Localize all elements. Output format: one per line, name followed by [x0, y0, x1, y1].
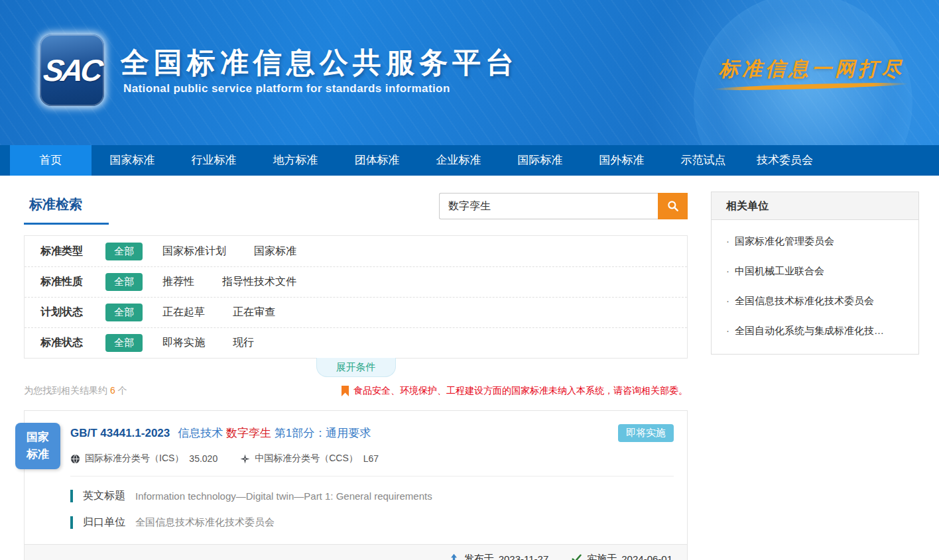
filter-option[interactable]: 正在起草: [162, 306, 205, 319]
badge-line1: 国家: [27, 429, 49, 446]
related-unit-link[interactable]: ·全国自动化系统与集成标准化技…: [712, 316, 918, 346]
ccs-label: 中国标准分类号（CCS）: [255, 453, 358, 465]
card-header: GB/T 43441.1-2023 信息技术 数字孪生 第1部分：通用要求 即将…: [25, 411, 687, 442]
nav-item-foreign-standards[interactable]: 国外标准: [581, 145, 662, 176]
standard-result-card: 国家 标准 GB/T 43441.1-2023 信息技术 数字孪生 第1部分：通…: [24, 410, 688, 560]
list-bullet: ·: [726, 325, 729, 336]
filter-option[interactable]: 国家标准计划: [162, 245, 226, 258]
standard-title-link[interactable]: 信息技术 数字孪生 第1部分：通用要求: [178, 425, 371, 441]
bookmark-icon: [342, 386, 349, 396]
site-title: 全国标准信息公共服务平台: [121, 44, 519, 82]
nav-item-home[interactable]: 首页: [10, 145, 92, 176]
site-subtitle: National public service platform for sta…: [123, 82, 450, 95]
filter-option[interactable]: 国家标准: [254, 245, 296, 258]
badge-line2: 标准: [27, 446, 49, 463]
filter-option[interactable]: 现行: [233, 336, 254, 350]
content-area: 标准检索 标准类型 全部 国家标准计划: [0, 176, 939, 560]
filter-option[interactable]: 正在审查: [233, 306, 275, 319]
implemented-date-item: 实施于 2024-06-01: [571, 553, 672, 560]
filter-option[interactable]: 即将实施: [162, 336, 205, 350]
upload-arrow-icon: [448, 553, 460, 560]
globe-icon: [70, 454, 80, 464]
detail-bar: [70, 516, 73, 529]
magnifier-icon: [666, 199, 680, 213]
ics-label: 国际标准分类号（ICS）: [85, 453, 184, 465]
site-slogan: 标准信息一网打尽: [719, 56, 905, 83]
related-unit-link[interactable]: ·国家标准化管理委员会: [712, 227, 918, 256]
search-input[interactable]: [439, 193, 658, 219]
detail-label: 归口单位: [83, 516, 125, 530]
sac-logo[interactable]: SAC: [40, 34, 104, 106]
notice-text: 食品安全、环境保护、工程建设方面的国家标准未纳入本系统，请咨询相关部委。: [353, 385, 688, 397]
nav-item-technical-committee[interactable]: 技术委员会: [744, 145, 826, 176]
sac-logo-text: SAC: [41, 52, 103, 88]
filter-row-standard-status: 标准状态 全部 即将实施 现行: [25, 327, 687, 358]
nav-item-group-standards[interactable]: 团体标准: [336, 145, 418, 176]
results-count-suffix: 个: [118, 385, 127, 396]
detail-bar: [70, 490, 73, 502]
tab-active-indicator: [24, 223, 109, 225]
standard-code-link[interactable]: GB/T 43441.1-2023: [70, 427, 170, 440]
results-count: 为您找到相关结果约6个: [24, 385, 127, 397]
list-bullet: ·: [726, 295, 729, 306]
tab-standard-search[interactable]: 标准检索: [29, 196, 82, 213]
results-count-prefix: 为您找到相关结果约: [24, 385, 107, 396]
filter-label: 标准状态: [40, 336, 105, 350]
filter-label: 标准性质: [40, 275, 105, 289]
search-section: 标准检索: [24, 192, 688, 235]
related-unit-link[interactable]: ·全国信息技术标准化技术委员会: [712, 286, 918, 316]
related-unit-label: 全国信息技术标准化技术委员会: [735, 295, 874, 306]
nav-item-local-standards[interactable]: 地方标准: [255, 145, 336, 176]
filter-label: 计划状态: [40, 306, 105, 319]
standard-type-badge: 国家 标准: [15, 423, 60, 469]
detail-label: 英文标题: [83, 489, 125, 503]
filter-label: 标准类型: [40, 245, 105, 258]
card-footer: 发布于 2023-11-27 实施于 2024-06-01: [25, 544, 687, 560]
results-info-row: 为您找到相关结果约6个 食品安全、环境保护、工程建设方面的国家标准未纳入本系统，…: [24, 385, 688, 397]
ccs-value: L67: [363, 453, 379, 464]
filter-all-button[interactable]: 全部: [105, 243, 143, 260]
list-bullet: ·: [726, 235, 729, 247]
nav-item-international-standards[interactable]: 国际标准: [499, 145, 581, 176]
implemented-label: 实施于: [587, 553, 617, 560]
filter-row-standard-nature: 标准性质 全部 推荐性 指导性技术文件: [25, 266, 687, 297]
published-label: 发布于: [464, 553, 494, 560]
sidebar-column: 相关单位 ·国家标准化管理委员会 ·中国机械工业联合会 ·全国信息技术标准化技术…: [711, 192, 919, 355]
compass-icon: [240, 454, 250, 464]
nav-item-pilot[interactable]: 示范试点: [662, 145, 744, 176]
site-header: SAC 全国标准信息公共服务平台 National public service…: [0, 0, 939, 145]
search-bar: [439, 193, 688, 219]
related-units-list: ·国家标准化管理委员会 ·中国机械工业联合会 ·全国信息技术标准化技术委员会 ·…: [712, 220, 918, 354]
system-notice: 食品安全、环境保护、工程建设方面的国家标准未纳入本系统，请咨询相关部委。: [342, 385, 688, 397]
list-bullet: ·: [726, 265, 729, 276]
filter-all-button[interactable]: 全部: [105, 334, 143, 352]
related-units-title: 相关单位: [712, 192, 918, 220]
title-highlight: 数字孪生: [226, 427, 271, 439]
filter-option[interactable]: 指导性技术文件: [222, 275, 296, 289]
committee-value: 全国信息技术标准化技术委员会: [135, 516, 275, 529]
filter-all-button[interactable]: 全部: [105, 273, 143, 291]
search-button[interactable]: [658, 193, 688, 219]
related-unit-link[interactable]: ·中国机械工业联合会: [712, 256, 918, 286]
nav-item-industry-standards[interactable]: 行业标准: [173, 145, 255, 176]
implemented-date: 2024-06-01: [621, 553, 672, 560]
nav-item-national-standards[interactable]: 国家标准: [92, 145, 173, 176]
english-title-value: Information technology—Digital twin—Part…: [135, 490, 432, 502]
expand-conditions-button[interactable]: 展开条件: [316, 358, 396, 377]
filter-option[interactable]: 推荐性: [162, 275, 194, 289]
detail-row-committee: 归口单位 全国信息技术标准化技术委员会: [25, 516, 687, 530]
related-unit-label: 全国自动化系统与集成标准化技…: [735, 325, 884, 336]
status-badge: 即将实施: [618, 424, 674, 442]
nav-item-enterprise-standards[interactable]: 企业标准: [418, 145, 499, 176]
check-icon: [571, 553, 582, 560]
related-unit-label: 国家标准化管理委员会: [735, 235, 834, 247]
filter-all-button[interactable]: 全部: [105, 304, 143, 321]
related-units-panel: 相关单位 ·国家标准化管理委员会 ·中国机械工业联合会 ·全国信息技术标准化技术…: [711, 192, 919, 355]
filter-row-plan-status: 计划状态 全部 正在起草 正在审查: [25, 297, 687, 327]
results-count-number: 6: [107, 385, 118, 396]
ics-value: 35.020: [189, 453, 218, 464]
filter-row-standard-type: 标准类型 全部 国家标准计划 国家标准: [25, 236, 687, 266]
filter-panel: 标准类型 全部 国家标准计划 国家标准 标准性质 全部 推荐性 指导性技术文件 …: [24, 235, 688, 359]
title-part1: 信息技术: [178, 427, 223, 439]
published-date: 2023-11-27: [499, 553, 549, 560]
